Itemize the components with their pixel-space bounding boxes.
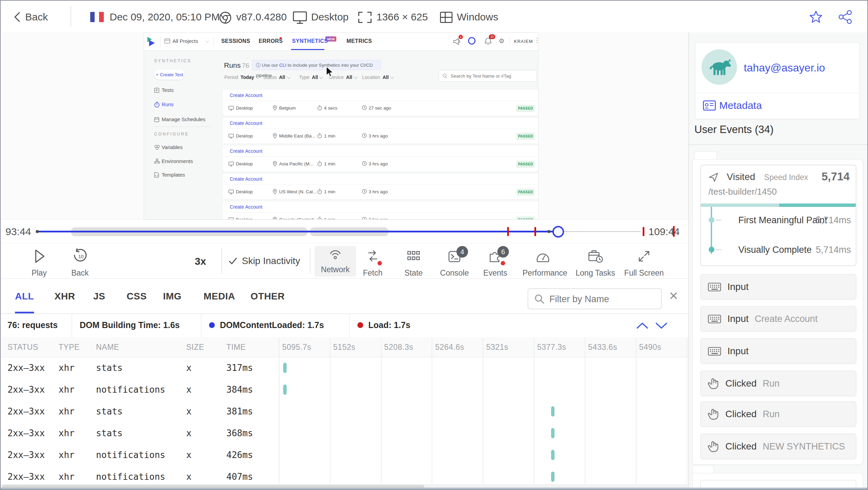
top-bar: Back Dec 09, 2020, 05:10 PM v87.0.4280 D… xyxy=(1,1,868,33)
run-card[interactable]: Create Account Desktop Canada (Central) … xyxy=(223,201,539,219)
user-event-input[interactable]: Input xyxy=(700,338,856,364)
events-panel-button[interactable]: 6 Events xyxy=(475,247,516,265)
request-type: xhr xyxy=(59,363,75,373)
filter-value: All xyxy=(279,75,285,80)
col-time: TIME xyxy=(226,343,246,352)
run-card[interactable]: Create Account Desktop US West (N. Cal..… xyxy=(223,174,539,199)
jump-previous-icon[interactable] xyxy=(636,322,649,330)
network-tab-css[interactable]: CSS xyxy=(127,291,147,302)
run-card[interactable]: Create Account Desktop Middle East (Ba..… xyxy=(223,118,539,144)
filter-type[interactable]: TypeAll xyxy=(299,74,323,80)
network-tab-all[interactable]: ALL xyxy=(15,291,34,302)
event-marker[interactable] xyxy=(673,226,675,237)
app-search-input[interactable] xyxy=(450,71,535,81)
user-event-input[interactable]: Input Create Account xyxy=(700,306,856,332)
network-request-row[interactable]: 2xx–3xx xhr notifications x 407ms xyxy=(1,466,688,484)
network-tab-js[interactable]: JS xyxy=(93,291,105,302)
network-request-row[interactable]: 2xx–3xx xhr stats x 317ms xyxy=(1,357,688,379)
run-title-link[interactable]: Create Account xyxy=(230,120,262,126)
network-tab-img[interactable]: IMG xyxy=(163,291,181,302)
request-status: 2xx–3xx xyxy=(7,472,45,482)
user-event-input[interactable]: Input xyxy=(700,274,856,300)
network-request-row[interactable]: 2xx–3xx xhr notifications x 384ms xyxy=(1,379,688,401)
back-button[interactable]: Back xyxy=(25,11,48,23)
run-card[interactable]: Create Account Desktop Belgium 4 secs 27… xyxy=(223,90,539,116)
jump-next-icon[interactable] xyxy=(655,322,668,330)
cli-link[interactable]: CLI xyxy=(279,63,286,68)
cli-banner: ⓘ Use our CLI to include your Synthetics… xyxy=(252,60,381,70)
app-search-box[interactable] xyxy=(439,70,537,82)
run-title-link[interactable]: Create Account xyxy=(230,176,262,182)
filter-status[interactable]: StatusAll xyxy=(263,74,290,80)
favorite-star-icon[interactable] xyxy=(809,10,823,24)
full-screen-button[interactable]: Full Screen xyxy=(624,247,664,265)
event-label: Input xyxy=(727,313,749,324)
clock-icon xyxy=(362,105,367,110)
chevron-down-icon xyxy=(205,39,209,43)
network-tab-other[interactable]: OTHER xyxy=(251,291,285,302)
run-card[interactable]: Create Account Desktop Asia Pacific (M..… xyxy=(223,146,539,172)
long-tasks-panel-button[interactable]: Long Tasks xyxy=(575,247,616,265)
run-status-badge: PASSED xyxy=(516,189,535,196)
visited-event-card[interactable]: Visited Speed Index 5,714 /test-builder/… xyxy=(700,165,856,266)
network-panel-button[interactable]: Network xyxy=(315,246,356,277)
announcements-badge: 1 xyxy=(459,35,463,39)
speed-bar-dark xyxy=(779,203,856,207)
user-event-clicked[interactable]: Clicked Run xyxy=(700,371,856,396)
close-panel-icon[interactable]: × xyxy=(669,285,678,306)
create-test-button[interactable]: + Create Test xyxy=(154,69,185,80)
playback-speed-button[interactable]: 3x xyxy=(195,256,206,267)
back-10s-button[interactable]: 10 Back xyxy=(60,247,100,266)
play-button[interactable]: Play xyxy=(19,247,60,266)
share-icon[interactable] xyxy=(838,10,853,24)
app-tab-errors[interactable]: ERRORS xyxy=(259,38,283,44)
run-title-link[interactable]: Create Account xyxy=(230,148,262,154)
kebab-menu-icon[interactable]: ⋮ xyxy=(534,37,539,44)
network-request-row[interactable]: 2xx–3xx xhr stats x 368ms xyxy=(1,422,688,444)
filter-label: Location xyxy=(362,75,380,80)
run-title-link[interactable]: Create Account xyxy=(230,93,262,98)
sidebar-item-runs[interactable]: Runs xyxy=(162,101,174,107)
skip-inactivity-toggle[interactable]: Skip Inactivity xyxy=(228,256,300,266)
sidebar-item-manage-schedules[interactable]: Manage Schedules xyxy=(162,116,205,122)
app-tab-sessions[interactable]: SESSIONS xyxy=(221,38,250,44)
network-tab-media[interactable]: MEDIA xyxy=(204,291,235,302)
console-panel-button[interactable]: 4 Console xyxy=(434,247,475,265)
state-panel-button[interactable]: State xyxy=(393,247,434,265)
chrome-browser-icon xyxy=(219,11,232,24)
event-marker[interactable] xyxy=(534,227,536,236)
network-filter-input[interactable] xyxy=(549,291,659,307)
waterfall-time-label: 5490s xyxy=(639,343,661,352)
user-menu[interactable]: KRAIEM xyxy=(514,39,533,44)
embedded-app-screenshot: All Projects SESSIONS ERRORS SYNTHETICS … xyxy=(144,32,539,219)
user-email[interactable]: tahay@asayer.io xyxy=(744,62,825,74)
event-marker[interactable] xyxy=(643,227,644,236)
settings-gear-icon[interactable]: ⚙ xyxy=(499,37,504,45)
sidebar-item-variables[interactable]: Variables xyxy=(162,144,182,150)
filter-location[interactable]: LocationAll xyxy=(362,74,393,80)
sidebar-item-environments[interactable]: Environments xyxy=(162,158,193,164)
user-card: tahay@asayer.io Metadata xyxy=(695,42,860,119)
user-event-clicked[interactable]: Clicked NEW SYNTHETICS xyxy=(700,434,856,459)
filter-period[interactable]: PeriodToday xyxy=(224,74,259,80)
filter-box[interactable] xyxy=(528,288,662,309)
performance-panel-button[interactable]: Performance xyxy=(523,247,563,265)
app-tab-metrics[interactable]: METRICS xyxy=(347,38,372,44)
sidebar-item-tests[interactable]: Tests xyxy=(162,87,174,93)
event-value: Create Account xyxy=(755,314,818,324)
clock-icon xyxy=(362,133,367,138)
run-title-link[interactable]: Create Account xyxy=(230,204,262,210)
project-selector[interactable]: All Projects xyxy=(173,38,198,44)
event-marker[interactable] xyxy=(507,227,509,236)
check-icon xyxy=(228,257,238,265)
stopwatch-icon xyxy=(317,133,322,138)
app-tab-synthetics[interactable]: SYNTHETICS xyxy=(292,38,328,44)
network-request-row[interactable]: 2xx–3xx xhr stats x 381ms xyxy=(1,401,688,422)
network-request-row[interactable]: 2xx–3xx xhr notifications x 426ms xyxy=(1,444,688,466)
network-tab-xhr[interactable]: XHR xyxy=(54,291,75,302)
playhead-handle[interactable] xyxy=(552,226,564,238)
fetch-panel-button[interactable]: Fetch xyxy=(352,247,393,265)
metadata-button[interactable]: Metadata xyxy=(719,100,762,111)
user-event-clicked[interactable]: Clicked Run xyxy=(700,401,856,427)
sidebar-item-templates[interactable]: Templates xyxy=(162,172,185,178)
